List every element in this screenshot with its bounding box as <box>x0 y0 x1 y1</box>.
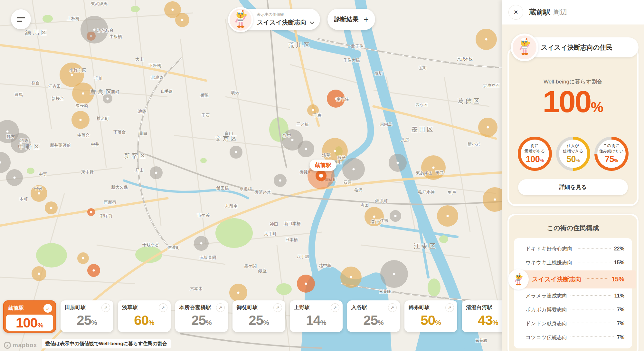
composition-row[interactable]: ポカポカ博愛志向 7% <box>526 303 624 317</box>
sidebar-body: スイスイ決断志向の住民 Well-beingに暮らす割合 100% 街に愛着 <box>502 24 644 351</box>
gauge-3: この街に住み続けたい 75% <box>594 137 629 171</box>
arrow-down-left-icon[interactable]: ↙ <box>43 304 52 313</box>
map-label: 八丁堀 <box>297 254 309 259</box>
map-label: 中野区 <box>18 143 41 150</box>
map-label: 神田 <box>270 222 278 227</box>
gauge-value: 50% <box>566 154 580 164</box>
circle-center-dot <box>38 273 40 275</box>
map-label: 三ノ輪 <box>296 122 309 127</box>
map-label: 越中島 <box>319 263 331 268</box>
map-label: 桜台 <box>31 81 40 85</box>
arrow-up-right-icon[interactable]: ↗ <box>445 303 454 312</box>
station-cards-row: 蔵前駅 ↙ 100% 田原町駅 ↗ 25% 浅草駅 ↗ 60% 本所吾妻橋駅 ↗… <box>3 300 515 333</box>
map-label: 新日本橋 <box>284 221 301 226</box>
station-value: 25% <box>232 313 285 328</box>
circle-center-dot <box>350 276 352 278</box>
map-note: 数値は表示中の価値観でWell-beingに暮らす住民の割合 <box>42 339 171 348</box>
diagnosis-button[interactable]: 診断結果 + <box>327 9 375 30</box>
diagnosis-button-label: 診断結果 <box>334 15 358 24</box>
station-card-5[interactable]: 御徒町駅 ↗ 25% <box>232 300 285 332</box>
arrow-up-right-icon[interactable]: ↗ <box>159 303 167 312</box>
map-label: 北池袋 <box>151 75 163 80</box>
chevron-down-icon <box>310 20 314 24</box>
arrow-up-right-icon[interactable]: ↗ <box>331 303 339 312</box>
station-value: 60% <box>118 313 171 328</box>
arrow-up-right-icon[interactable]: ↗ <box>216 303 225 312</box>
map-label: 椎名町 <box>96 116 109 121</box>
dotted-leader <box>576 248 611 249</box>
value-selector[interactable]: 表示中の価値観 スイスイ決断志向 <box>229 9 320 30</box>
map-label: 西新宿 <box>104 200 116 205</box>
wellbeing-card: Well-beingに暮らす割合 100% 街に愛着がある 100% 住人が信頼… <box>507 47 639 206</box>
map-label: 新宿区 <box>124 152 147 159</box>
gauge-label: 街に愛着がある <box>525 143 545 154</box>
map-label: 新大久保 <box>111 185 128 190</box>
composition-card: この街の住民構成 ドキドキ好奇心志向 22%ウキウキ上機嫌志向 15% スイスイ… <box>507 214 639 351</box>
composition-list: ドキドキ好奇心志向 22%ウキウキ上機嫌志向 15% スイスイ決断志向 15%メ… <box>514 238 632 348</box>
selected-station-label[interactable]: 蔵前駅 <box>310 160 336 171</box>
map-label: 池袋 <box>138 109 146 114</box>
detail-button[interactable]: 詳細を見る <box>518 179 628 195</box>
map-label: 東向島 <box>380 122 393 127</box>
map-label: 霞ケ関 <box>244 264 257 268</box>
map-label: 上板橋 <box>67 16 80 21</box>
arrow-up-right-icon[interactable]: ↗ <box>388 303 397 312</box>
mascot-icon <box>231 9 251 29</box>
map-label: 御茶ノ水 <box>254 190 271 194</box>
mapbox-attribution[interactable]: ▲ mapbox <box>4 342 37 349</box>
composition-row[interactable]: ドンドン献身志向 7% <box>526 317 624 331</box>
circle-center-dot <box>397 162 399 164</box>
station-card-4[interactable]: 本所吾妻橋駅 ↗ 25% <box>175 300 228 332</box>
map-label: 東長崎 <box>76 103 88 108</box>
map-label: 千駄ケ谷 <box>142 242 159 247</box>
map-label: 目白 <box>139 131 147 136</box>
station-card-6[interactable]: 上野駅 ↗ 14% <box>290 300 343 332</box>
map-label: 野方 <box>6 134 15 139</box>
circle-center-dot <box>279 180 281 182</box>
gauge-label: 住人が信頼できる <box>563 143 583 154</box>
map-label: 駒込 <box>231 90 240 95</box>
station-card-1[interactable]: 蔵前駅 ↙ 100% <box>3 300 56 333</box>
circle-center-dot <box>50 207 52 209</box>
metric-value: 100 <box>543 84 591 119</box>
station-card-2[interactable]: 田原町駅 ↗ 25% <box>61 300 113 332</box>
persona-mascot-icon <box>508 269 529 290</box>
composition-value: 22% <box>614 246 624 252</box>
dotted-leader <box>585 278 608 279</box>
map-label: 南千住 <box>336 97 349 102</box>
station-card-8[interactable]: 錦糸町駅 ↗ 50% <box>404 300 457 332</box>
circle-center-dot <box>82 93 84 95</box>
arrow-up-right-icon[interactable]: ↗ <box>273 303 282 312</box>
map-label: 京葉線 <box>476 338 487 343</box>
map-label: 山手線 <box>161 89 173 93</box>
station-value: 25% <box>347 313 400 328</box>
close-icon: ✕ <box>513 9 518 16</box>
map-label: 千川 <box>94 76 102 81</box>
composition-row-highlighted[interactable]: スイスイ決断志向 15% <box>511 270 636 288</box>
map-label: 水道橋 <box>240 187 252 191</box>
circle-center-dot <box>80 119 82 121</box>
station-value: 25% <box>175 313 228 328</box>
map-label: ときわ台 <box>97 28 114 33</box>
station-card-7[interactable]: 入谷駅 ↗ 25% <box>347 300 400 332</box>
composition-row[interactable]: ウキウキ上機嫌志向 15% <box>526 256 624 270</box>
composition-value: 15% <box>611 276 624 283</box>
composition-row[interactable]: コツコツ伝統志向 7% <box>526 331 624 345</box>
menu-button[interactable] <box>11 9 31 29</box>
gauge-row: 街に愛着がある 100% 住人が信頼できる 50% この街に住み続けたい 75% <box>509 137 637 171</box>
value-selector-value: スイスイ決断志向 <box>257 18 307 27</box>
map-label: 都庁前 <box>100 213 112 218</box>
dotted-leader <box>571 309 614 309</box>
arrow-up-right-icon[interactable]: ↗ <box>101 303 110 312</box>
station-card-3[interactable]: 浅草駅 ↗ 60% <box>118 300 171 332</box>
mascot-icon <box>515 37 534 56</box>
composition-row[interactable]: メラメラ達成志向 11% <box>526 289 624 303</box>
map-label: 亀沢 <box>354 188 363 192</box>
gauge-value: 75% <box>605 154 618 164</box>
circle-center-dot <box>200 242 203 245</box>
composition-row[interactable]: ドキドキ好奇心志向 22% <box>526 242 624 256</box>
map-label: 新小岩 <box>468 142 480 147</box>
map-label: 石原 <box>343 180 352 185</box>
close-button[interactable]: ✕ <box>508 5 523 20</box>
circle-center-dot <box>353 168 355 171</box>
